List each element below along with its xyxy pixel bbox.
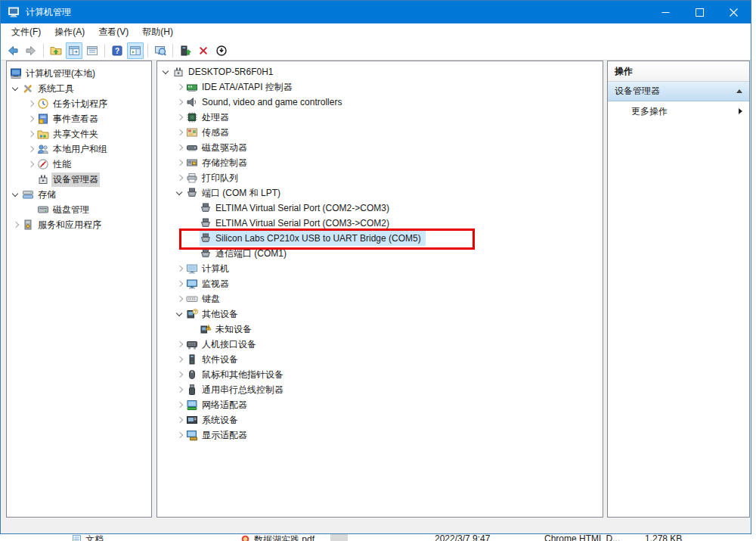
- disk-drive-icon: [186, 141, 198, 154]
- device-tree-item[interactable]: ?其他设备: [157, 306, 603, 322]
- update-driver-button[interactable]: [177, 42, 194, 59]
- tree-item-label: 计算机: [200, 262, 231, 276]
- disable-circle-icon: [215, 45, 228, 57]
- chevron-collapsed-icon[interactable]: [25, 96, 37, 111]
- chevron-collapsed-icon[interactable]: [174, 367, 186, 382]
- chevron-collapsed-icon[interactable]: [174, 337, 186, 352]
- console-tree-item[interactable]: 性能: [7, 157, 151, 172]
- chevron-collapsed-icon[interactable]: [174, 382, 186, 397]
- forward-button[interactable]: [23, 42, 39, 59]
- chevron-collapsed-icon[interactable]: [174, 125, 186, 140]
- chevron-collapsed-icon[interactable]: [25, 157, 37, 172]
- chevron-collapsed-icon[interactable]: [25, 111, 37, 126]
- console-tree-item[interactable]: 共享文件夹: [7, 126, 151, 141]
- device-tree-item[interactable]: DESKTOP-5R6F0H1: [157, 64, 603, 79]
- menu-item-3[interactable]: 帮助(H): [135, 23, 180, 41]
- device-tree-item[interactable]: 通用串行总线控制器: [157, 382, 603, 397]
- uninstall-device-button[interactable]: [195, 42, 212, 59]
- console-tree-item[interactable]: 设备管理器: [7, 172, 151, 187]
- disable-device-button[interactable]: [213, 42, 230, 59]
- chevron-collapsed-icon[interactable]: [174, 397, 186, 412]
- device-tree-item[interactable]: 打印队列: [157, 170, 603, 185]
- tree-row-content: ELTIMA Virtual Serial Port (COM3->COM2): [200, 216, 394, 231]
- background-list-item-documents[interactable]: 文档: [72, 533, 104, 541]
- device-tree-item[interactable]: 系统设备: [157, 412, 603, 428]
- tree-item-label: 本地用户和组: [51, 142, 109, 157]
- help-button[interactable]: ?: [109, 42, 125, 59]
- folder-up-button[interactable]: [48, 42, 64, 59]
- console-tree-item[interactable]: 存储: [7, 187, 151, 202]
- chevron-expanded-icon[interactable]: [160, 64, 172, 79]
- maximize-button[interactable]: [683, 1, 717, 23]
- chevron-expanded-icon[interactable]: [10, 81, 22, 96]
- chevron-collapsed-icon[interactable]: [10, 217, 22, 232]
- close-button[interactable]: [717, 1, 751, 23]
- chevron-collapsed-icon[interactable]: [174, 95, 186, 110]
- device-tree-item[interactable]: 键盘: [157, 291, 603, 306]
- chevron-expanded-icon[interactable]: [174, 306, 186, 322]
- device-tree-item[interactable]: 人机接口设备: [157, 337, 603, 352]
- back-button[interactable]: [5, 42, 21, 59]
- console-tree-item[interactable]: 磁盘管理: [7, 202, 151, 217]
- device-tree-item[interactable]: Silicon Labs CP210x USB to UART Bridge (…: [157, 231, 603, 246]
- tree-row-content: 软件设备: [186, 352, 243, 367]
- chevron-expanded-icon[interactable]: [10, 187, 22, 202]
- chevron-collapsed-icon[interactable]: [25, 141, 37, 157]
- chevron-collapsed-icon[interactable]: [25, 126, 37, 141]
- menu-item-2[interactable]: 查看(V): [91, 23, 135, 41]
- chevron-collapsed-icon[interactable]: [174, 428, 186, 443]
- device-tree-item[interactable]: 通信端口 (COM1): [157, 246, 603, 261]
- background-item-date: 2022/3/7 9:47: [435, 533, 490, 541]
- minimize-button[interactable]: [649, 1, 683, 23]
- show-action-pane-button[interactable]: [127, 42, 144, 59]
- tree-row-content: IDE ATA/ATAPI 控制器: [186, 79, 297, 95]
- actions-section-device-manager[interactable]: 设备管理器: [608, 82, 749, 101]
- chevron-collapsed-icon[interactable]: [174, 79, 186, 95]
- scan-hardware-button[interactable]: [152, 42, 169, 59]
- device-tree-item[interactable]: 处理器: [157, 110, 603, 125]
- device-tree-item[interactable]: 监视器: [157, 276, 603, 291]
- chevron-collapsed-icon[interactable]: [174, 110, 186, 125]
- console-tree-item[interactable]: 系统工具: [7, 81, 151, 96]
- chevron-collapsed-icon[interactable]: [174, 170, 186, 185]
- serial-port-icon: [200, 232, 212, 244]
- console-tree-item[interactable]: 计算机管理(本地): [7, 66, 151, 81]
- more-actions-item[interactable]: 更多操作: [608, 101, 749, 121]
- chevron-collapsed-icon[interactable]: [174, 140, 186, 155]
- chevron-collapsed-icon[interactable]: [174, 412, 186, 428]
- device-tree-item[interactable]: Sound, video and game controllers: [157, 95, 603, 110]
- device-tree-item[interactable]: 存储控制器: [157, 155, 603, 170]
- computer-management-app-icon: [8, 6, 20, 18]
- device-tree-item[interactable]: 传感器: [157, 125, 603, 140]
- device-tree-item[interactable]: IDE ATA/ATAPI 控制器: [157, 79, 603, 95]
- chevron-collapsed-icon[interactable]: [174, 352, 186, 367]
- device-tree-item[interactable]: ELTIMA Virtual Serial Port (COM3->COM2): [157, 216, 603, 231]
- device-tree-item[interactable]: 网络适配器: [157, 397, 603, 412]
- device-tree-item[interactable]: 软件设备: [157, 352, 603, 367]
- device-tree-item[interactable]: 计算机: [157, 261, 603, 276]
- device-tree-item[interactable]: 未知设备: [157, 322, 603, 337]
- tree-item-label: 设备管理器: [51, 173, 100, 187]
- device-tree-item[interactable]: 端口 (COM 和 LPT): [157, 185, 603, 201]
- chevron-collapsed-icon[interactable]: [174, 261, 186, 276]
- console-tree-item[interactable]: 事件查看器: [7, 111, 151, 126]
- chevron-expanded-icon[interactable]: [174, 185, 186, 201]
- console-tree-item[interactable]: 本地用户和组: [7, 141, 151, 157]
- chevron-collapsed-icon[interactable]: [174, 155, 186, 170]
- console-tree-item[interactable]: 任务计划程序: [7, 96, 151, 111]
- menu-item-0[interactable]: 文件(F): [5, 23, 48, 41]
- show-console-tree-button[interactable]: [66, 42, 82, 59]
- device-tree-item[interactable]: 磁盘驱动器: [157, 140, 603, 155]
- menu-item-1[interactable]: 操作(A): [48, 23, 91, 41]
- background-list-item-pdf[interactable]: 数据湖实践.pdf: [240, 533, 314, 541]
- properties-button[interactable]: [84, 42, 101, 59]
- chevron-collapsed-icon[interactable]: [174, 291, 186, 306]
- device-tree-item[interactable]: 鼠标和其他指针设备: [157, 367, 603, 382]
- collapse-icon[interactable]: [736, 89, 742, 93]
- chevron-collapsed-icon[interactable]: [174, 276, 186, 291]
- device-tree-item[interactable]: 显示适配器: [157, 428, 603, 443]
- console-tree-item[interactable]: 服务和应用程序: [7, 217, 151, 232]
- tree-row-content: 本地用户和组: [37, 141, 112, 157]
- device-tree-item[interactable]: ELTIMA Virtual Serial Port (COM2->COM3): [157, 201, 603, 216]
- cpu-icon: [186, 111, 198, 123]
